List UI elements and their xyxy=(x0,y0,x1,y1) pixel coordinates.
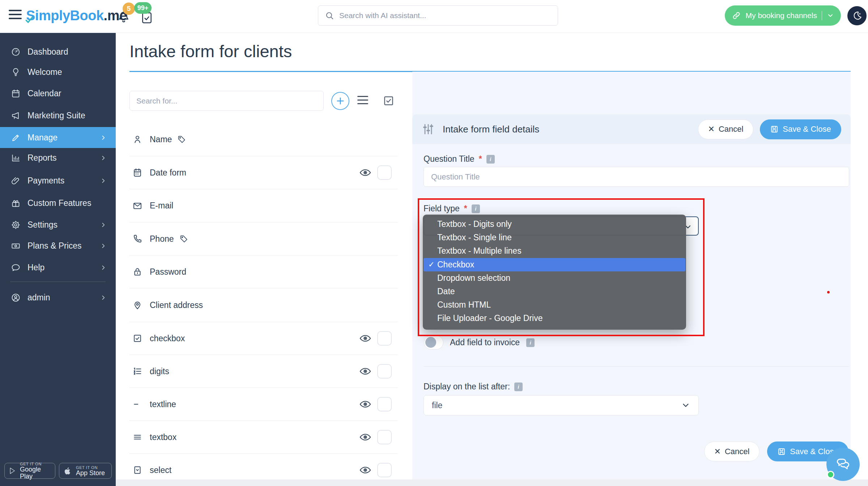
gift-icon xyxy=(11,198,21,208)
panel-divider xyxy=(424,366,849,367)
eye-icon[interactable] xyxy=(359,465,371,475)
badge-big-text: Google Play xyxy=(20,466,51,480)
eye-icon[interactable] xyxy=(359,168,371,177)
sidebar-item-welcome[interactable]: Welcome xyxy=(0,62,116,83)
dropdown-option[interactable]: File Uploader - Google Drive xyxy=(423,312,686,325)
sidebar-item-reports[interactable]: Reports xyxy=(0,147,116,168)
option-label: Textbox - Digits only xyxy=(437,219,512,229)
user-avatar-icon xyxy=(11,293,21,303)
sidebar-item-custom-features[interactable]: Custom Features xyxy=(0,193,116,214)
top-bar: SimplyBook.me 5 99+ My bo xyxy=(0,0,868,33)
field-list-search-input[interactable] xyxy=(136,97,317,105)
sidebar-item-plans-prices[interactable]: Plans & Prices xyxy=(0,235,116,256)
sidebar-item-manage[interactable]: Manage xyxy=(0,127,116,148)
info-icon[interactable]: i xyxy=(486,155,495,164)
save-close-label: Save & Close xyxy=(783,124,831,134)
eye-icon[interactable] xyxy=(359,367,371,376)
field-row-name[interactable]: Name xyxy=(129,123,398,156)
hamburger-menu-icon[interactable] xyxy=(9,10,22,23)
field-label: E-mail xyxy=(150,201,173,211)
eye-icon[interactable] xyxy=(359,432,371,442)
chevron-down-icon xyxy=(681,401,690,410)
sliders-icon xyxy=(422,123,435,136)
field-list-search[interactable] xyxy=(129,91,324,111)
sidebar-item-dashboard[interactable]: Dashboard xyxy=(0,41,116,62)
ai-search-bar[interactable] xyxy=(318,5,558,26)
logo-check-icon xyxy=(25,15,34,25)
field-checkbox[interactable] xyxy=(377,397,392,411)
field-checkbox[interactable] xyxy=(377,364,392,379)
cancel-button-bottom[interactable]: ✕ Cancel xyxy=(704,441,760,461)
question-title-input[interactable] xyxy=(424,167,849,187)
save-icon xyxy=(770,125,779,134)
field-label: Date form xyxy=(150,168,186,178)
google-play-icon xyxy=(9,466,16,476)
add-field-button[interactable] xyxy=(331,92,349,110)
sidebar-item-label: Reports xyxy=(27,153,57,163)
field-row-email[interactable]: E-mail xyxy=(129,189,398,223)
save-close-button-top[interactable]: Save & Close xyxy=(760,119,841,139)
field-label: Password xyxy=(150,267,186,277)
field-checkbox[interactable] xyxy=(377,331,392,346)
info-icon[interactable]: i xyxy=(514,383,523,391)
info-icon[interactable]: i xyxy=(472,204,480,213)
chevron-right-icon xyxy=(100,295,106,301)
select-all-button[interactable] xyxy=(383,95,395,108)
dropdown-option[interactable]: Date xyxy=(423,285,686,298)
dropdown-option[interactable]: Textbox - Single line xyxy=(423,231,686,244)
sidebar-item-label: Dashboard xyxy=(27,47,68,57)
display-after-select[interactable]: file xyxy=(424,395,699,415)
select-box-icon xyxy=(132,465,142,475)
cancel-button-top[interactable]: ✕ Cancel xyxy=(698,119,753,139)
dropdown-option[interactable]: Textbox - Digits only xyxy=(423,217,686,231)
ai-search-input[interactable] xyxy=(339,11,551,20)
field-row-checkbox[interactable]: checkbox xyxy=(129,322,398,355)
moon-icon xyxy=(851,10,863,22)
list-view-button[interactable] xyxy=(357,96,369,106)
sidebar-item-help[interactable]: Help xyxy=(0,257,116,278)
field-row-textline[interactable]: textline xyxy=(129,388,398,421)
booking-channels-label: My booking channels xyxy=(746,11,817,20)
field-type-label: Field type xyxy=(424,204,460,214)
dropdown-option[interactable]: Textbox - Multiple lines xyxy=(423,244,686,258)
field-row-digits[interactable]: digits xyxy=(129,355,398,388)
search-icon xyxy=(325,11,334,20)
field-row-textbox[interactable]: textbox xyxy=(129,421,398,454)
dark-mode-toggle[interactable] xyxy=(847,6,867,25)
chevron-right-icon xyxy=(100,222,106,228)
dropdown-option-selected[interactable]: ✓ Checkbox xyxy=(424,258,685,271)
tag-icon xyxy=(179,234,188,244)
app-store-badge[interactable]: GET IT ON App Store xyxy=(59,463,112,479)
info-icon[interactable]: i xyxy=(526,338,535,347)
eye-icon[interactable] xyxy=(359,400,371,409)
invoice-toggle[interactable] xyxy=(424,335,443,350)
chevron-right-icon xyxy=(100,135,106,141)
field-checkbox[interactable] xyxy=(377,463,392,477)
field-details-panel: Intake form field details ✕ Cancel Save … xyxy=(412,72,851,479)
field-checkbox[interactable] xyxy=(377,165,392,180)
booking-channels-button[interactable]: My booking channels xyxy=(725,5,841,26)
tag-icon xyxy=(177,135,186,144)
field-row-phone[interactable]: Phone xyxy=(129,223,398,255)
google-play-badge[interactable]: GET IT ON Google Play xyxy=(4,463,55,479)
panel-title: Intake form field details xyxy=(443,124,539,135)
invoice-toggle-label: Add field to invoice xyxy=(450,338,520,347)
dropdown-option[interactable]: Custom HTML xyxy=(423,298,686,312)
sidebar-item-marketing-suite[interactable]: Marketing Suite xyxy=(0,105,116,126)
field-row-password[interactable]: Password xyxy=(129,255,398,288)
sidebar-item-admin[interactable]: admin xyxy=(0,287,116,308)
close-icon: ✕ xyxy=(708,125,715,133)
field-label: Name xyxy=(150,135,172,144)
dropdown-option[interactable]: Dropdown selection xyxy=(423,271,686,285)
megaphone-icon xyxy=(11,111,21,121)
field-row-date-form[interactable]: Date form xyxy=(129,156,398,189)
app-logo[interactable]: SimplyBook.me xyxy=(26,8,127,24)
sidebar-item-label: Custom Features xyxy=(27,198,91,208)
sidebar-item-settings[interactable]: Settings xyxy=(0,214,116,235)
eye-icon[interactable] xyxy=(359,334,371,343)
field-row-client-address[interactable]: Client address xyxy=(129,288,398,322)
field-checkbox[interactable] xyxy=(377,430,392,444)
sidebar-item-calendar[interactable]: Calendar xyxy=(0,83,116,104)
sidebar-item-payments[interactable]: Payments xyxy=(0,170,116,191)
sidebar-nav: Dashboard Welcome Calendar Marketing Sui… xyxy=(0,33,116,486)
